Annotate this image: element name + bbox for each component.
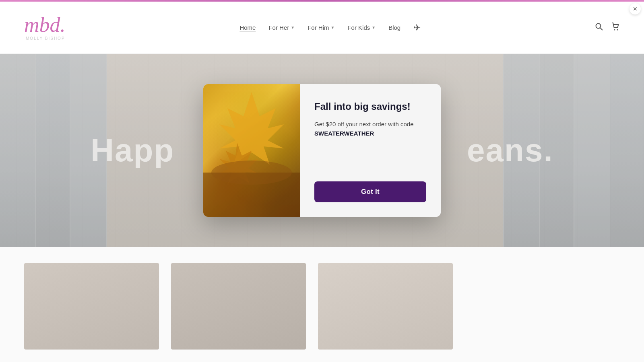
below-hero-section (0, 247, 644, 362)
product-card-2[interactable] (171, 263, 306, 350)
chevron-down-icon: ▼ (330, 25, 334, 30)
svg-point-0 (596, 24, 601, 29)
modal-image (203, 84, 300, 217)
modal-overlay: ✕ Fall into big savings! (0, 54, 644, 247)
svg-point-2 (614, 29, 615, 31)
nav-item-for-kids[interactable]: For Kids ▼ (347, 24, 376, 31)
chevron-down-icon: ▼ (291, 25, 295, 30)
product-card-1[interactable] (24, 263, 159, 350)
logo-text: mbd. (24, 14, 66, 35)
nav-item-airplane[interactable]: ✈ (413, 23, 421, 33)
logo[interactable]: mbd. MOLLY BISHOP (24, 14, 66, 41)
airplane-icon: ✈ (413, 23, 421, 33)
promo-modal: Fall into big savings! Get $20 off your … (203, 84, 441, 217)
modal-content-panel: Fall into big savings! Get $20 off your … (300, 84, 441, 217)
nav-item-home[interactable]: Home (239, 24, 256, 31)
svg-point-7 (211, 160, 292, 185)
nav-item-for-her[interactable]: For Her ▼ (268, 24, 295, 31)
nav-item-blog[interactable]: Blog (388, 24, 400, 31)
main-nav: Home For Her ▼ For Him ▼ For Kids ▼ Blog… (66, 23, 595, 33)
logo-subtext: MOLLY BISHOP (24, 36, 66, 41)
modal-body: Get $20 off your next order with code SW… (314, 120, 426, 138)
header-actions (595, 22, 620, 33)
promo-code: SWEATERWEATHER (314, 130, 374, 137)
site-header: mbd. MOLLY BISHOP Home For Her ▼ For Him… (0, 2, 644, 54)
cart-icon[interactable] (611, 22, 620, 33)
hero-section: Happ eans. ✕ (0, 54, 644, 247)
modal-title: Fall into big savings! (314, 100, 426, 113)
nav-item-for-him[interactable]: For Him ▼ (308, 24, 334, 31)
product-card-3[interactable] (318, 263, 453, 350)
search-icon[interactable] (595, 23, 603, 33)
svg-point-3 (617, 29, 618, 31)
modal-spacer (314, 138, 426, 181)
got-it-button[interactable]: Got It (314, 181, 426, 202)
chevron-down-icon: ▼ (372, 25, 376, 30)
leaves-illustration (203, 84, 300, 217)
svg-line-1 (601, 28, 603, 31)
